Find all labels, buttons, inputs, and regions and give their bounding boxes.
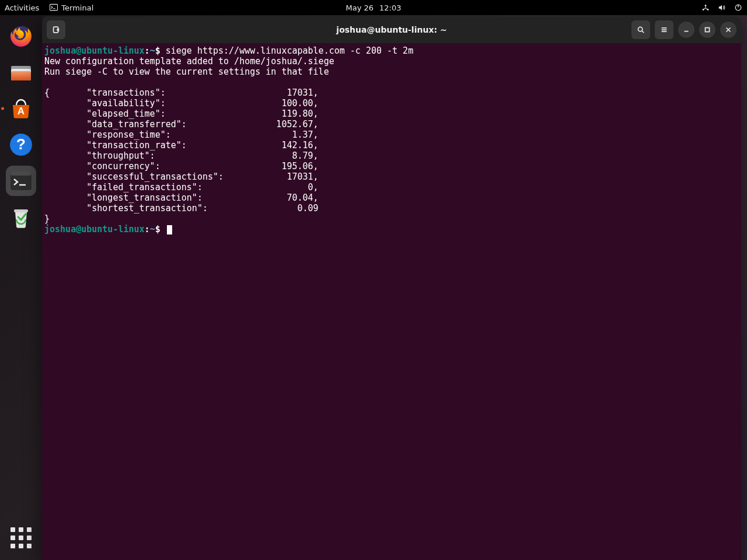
svg-point-22 — [638, 27, 642, 31]
svg-point-2 — [705, 5, 707, 6]
dock-item-files[interactable] — [6, 57, 36, 88]
window-header: joshua@ubuntu-linux: ~ — [42, 16, 741, 43]
svg-rect-16 — [11, 172, 32, 176]
terminal-mini-icon — [50, 4, 58, 12]
search-button[interactable] — [631, 20, 650, 39]
svg-rect-11 — [11, 71, 31, 80]
help-icon: ? — [8, 132, 34, 158]
svg-rect-18 — [14, 209, 28, 212]
svg-rect-0 — [50, 4, 58, 10]
power-icon[interactable] — [734, 4, 742, 12]
gnome-top-bar: Activities Terminal May 26 12:03 — [0, 0, 747, 15]
clock-button[interactable]: May 26 12:03 — [345, 4, 401, 12]
terminal-icon — [8, 168, 34, 194]
app-menu-label: Terminal — [61, 4, 93, 12]
volume-icon[interactable] — [718, 4, 726, 12]
terminal-window: joshua@ubuntu-linux: ~ joshua@ubuntu-lin… — [42, 16, 741, 560]
clock-time: 12:03 — [379, 4, 401, 12]
network-icon[interactable] — [701, 4, 710, 12]
dock-item-software[interactable]: A — [6, 93, 36, 124]
dock-item-firefox[interactable] — [6, 21, 36, 51]
minimize-button[interactable] — [678, 22, 694, 38]
dock-item-help[interactable]: ? — [6, 130, 36, 160]
dock-item-trash[interactable] — [6, 202, 36, 232]
app-menu-button[interactable]: Terminal — [50, 4, 93, 12]
files-icon — [8, 60, 34, 85]
software-icon: A — [8, 96, 34, 121]
close-button[interactable] — [720, 22, 736, 38]
window-title: joshua@ubuntu-linux: ~ — [336, 25, 446, 34]
svg-line-23 — [642, 31, 644, 33]
hamburger-menu-button[interactable] — [655, 20, 673, 39]
clock-date: May 26 — [345, 4, 374, 12]
new-tab-button[interactable] — [47, 20, 65, 39]
terminal-output[interactable]: joshua@ubuntu-linux:~$ siege https://www… — [42, 43, 741, 560]
maximize-button[interactable] — [699, 22, 715, 38]
dock-item-terminal[interactable] — [6, 166, 36, 196]
trash-icon — [8, 204, 34, 230]
firefox-icon — [8, 23, 34, 49]
running-indicator — [1, 107, 4, 110]
svg-text:A: A — [18, 106, 25, 117]
activities-button[interactable]: Activities — [5, 4, 39, 12]
show-apps-icon — [9, 526, 33, 550]
svg-text:?: ? — [16, 135, 26, 153]
dock-item-show-apps[interactable] — [6, 523, 36, 553]
dock: A ? — [0, 15, 42, 560]
svg-rect-28 — [706, 28, 710, 32]
